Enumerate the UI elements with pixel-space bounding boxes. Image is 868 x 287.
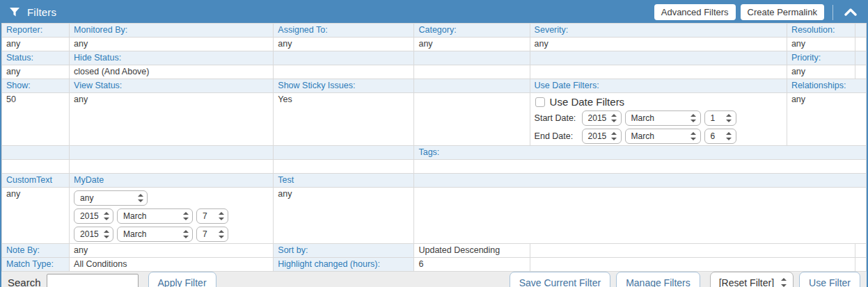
start-month-select[interactable]: March: [625, 110, 701, 126]
note-by-label[interactable]: Note By:: [2, 244, 70, 258]
mydate-from-row: 2015 March 7: [74, 208, 269, 224]
updown-arrows-icon: [103, 230, 109, 238]
priority-value: any: [787, 65, 855, 79]
updown-arrows-icon: [691, 114, 697, 122]
empty-cell: [855, 244, 866, 258]
mydate-mode-select[interactable]: any: [74, 190, 148, 206]
reporter-label[interactable]: Reporter:: [2, 24, 70, 38]
value-row-1: any any any any any any: [2, 38, 867, 51]
mydate-from-year-select[interactable]: 2015: [74, 208, 113, 224]
view-status-label[interactable]: View Status:: [70, 79, 274, 93]
match-type-label[interactable]: Match Type:: [2, 258, 70, 272]
show-value: 50: [2, 93, 70, 146]
empty-cell: [414, 174, 867, 188]
hide-status-label[interactable]: Hide Status:: [70, 51, 274, 65]
hide-status-value: closed (And Above): [70, 65, 274, 79]
start-day-select[interactable]: 1: [704, 110, 736, 126]
date-filters-cell: Use Date Filters Start Date: 2015 March …: [530, 93, 787, 146]
end-month-select[interactable]: March: [625, 129, 701, 144]
tags-header-row: Tags:: [2, 146, 867, 160]
apply-filter-button[interactable]: Apply Filter: [148, 272, 216, 287]
advanced-filters-button[interactable]: Advanced Filters: [654, 4, 736, 20]
show-label[interactable]: Show:: [2, 79, 70, 93]
use-date-filters-label[interactable]: Use Date Filters:: [530, 79, 787, 93]
highlight-changed-value: 6: [414, 258, 530, 272]
collapse-panel-button[interactable]: [840, 7, 861, 17]
updown-arrows-icon: [103, 212, 109, 220]
reporter-value: any: [2, 38, 70, 51]
save-current-filter-button[interactable]: Save Current Filter: [510, 272, 610, 287]
use-date-filters-checkbox-label: Use Date Filters: [550, 96, 625, 108]
empty-cell: [414, 65, 530, 79]
empty-cell: [414, 93, 530, 146]
severity-value: any: [530, 38, 787, 51]
empty-cell: [855, 38, 866, 51]
empty-cell: [70, 160, 274, 174]
category-label[interactable]: Category:: [414, 24, 530, 38]
relationships-label[interactable]: Relationships:: [787, 79, 866, 93]
empty-cell: [855, 51, 866, 65]
mydate-to-day-select[interactable]: 7: [196, 227, 228, 242]
mydate-to-row: 2015 March 7: [74, 227, 269, 242]
start-date-row: Start Date: 2015 March 1: [535, 110, 782, 126]
empty-cell: [274, 146, 414, 160]
empty-cell: [530, 65, 787, 79]
use-filter-button[interactable]: Use Filter: [799, 272, 860, 287]
mydate-to-month-select[interactable]: March: [117, 227, 193, 242]
mydate-from-month-select[interactable]: March: [117, 208, 193, 224]
empty-cell: [274, 51, 414, 65]
show-sticky-value: Yes: [274, 93, 414, 146]
manage-filters-button[interactable]: Manage Filters: [616, 272, 700, 287]
empty-cell: [855, 24, 866, 38]
monitored-by-label[interactable]: Monitored By:: [70, 24, 274, 38]
search-label: Search: [8, 277, 41, 287]
empty-cell: [855, 65, 866, 79]
assigned-to-label[interactable]: Assigned To:: [274, 24, 414, 38]
create-permalink-button[interactable]: Create Permalink: [741, 4, 824, 20]
mydate-from-day-select[interactable]: 7: [196, 208, 228, 224]
header-row-1: Reporter: Monitored By: Assigned To: Cat…: [2, 24, 867, 38]
sort-by-label[interactable]: Sort by:: [274, 244, 414, 258]
header-row-3: Show: View Status: Show Sticky Issues: U…: [2, 79, 867, 93]
chevron-up-icon: [844, 8, 857, 16]
updown-arrows-icon: [780, 278, 787, 287]
end-year-select[interactable]: 2015: [582, 129, 622, 144]
use-date-filters-checkbox-row[interactable]: Use Date Filters: [535, 96, 782, 108]
filter-funnel-icon: [10, 8, 20, 17]
test-label[interactable]: Test: [274, 174, 414, 188]
mydate-mode-row: any: [74, 190, 269, 206]
start-year-select[interactable]: 2015: [582, 110, 622, 126]
search-input[interactable]: [47, 274, 139, 287]
tags-value-row: [2, 160, 867, 174]
highlight-changed-label[interactable]: Highlight changed (hours):: [274, 258, 414, 272]
empty-cell: [70, 146, 274, 160]
severity-label[interactable]: Severity:: [530, 24, 787, 38]
tags-value: [414, 160, 867, 174]
filters-header-bar: Filters Advanced Filters Create Permalin…: [1, 1, 867, 23]
updown-arrows-icon: [691, 132, 697, 140]
match-type-row: Match Type: All Conditions Highlight cha…: [2, 258, 867, 272]
show-sticky-label[interactable]: Show Sticky Issues:: [274, 79, 414, 93]
priority-label[interactable]: Priority:: [787, 51, 855, 65]
updown-arrows-icon: [218, 212, 224, 220]
mydate-label[interactable]: MyDate: [70, 174, 274, 188]
tags-label[interactable]: Tags:: [414, 146, 867, 160]
end-date-label: End Date:: [535, 131, 578, 141]
note-by-value: any: [70, 244, 274, 258]
use-date-filters-checkbox[interactable]: [535, 97, 545, 107]
empty-cell: [2, 146, 70, 160]
match-type-value: All Conditions: [70, 258, 274, 272]
stored-filter-select[interactable]: [Reset Filter]: [710, 272, 794, 287]
updown-arrows-icon: [182, 212, 189, 220]
test-value: any: [274, 188, 414, 244]
resolution-label[interactable]: Resolution:: [787, 24, 855, 38]
resolution-value: any: [787, 38, 855, 51]
filters-table: Reporter: Monitored By: Assigned To: Cat…: [1, 23, 867, 272]
status-label[interactable]: Status:: [2, 51, 70, 65]
mydate-cell: any 2015 March 7 2015 March 7: [70, 188, 274, 244]
end-day-select[interactable]: 6: [704, 129, 736, 144]
empty-cell: [414, 79, 530, 93]
customtext-value: any: [2, 188, 70, 244]
mydate-to-year-select[interactable]: 2015: [74, 227, 113, 242]
customtext-label[interactable]: CustomText: [2, 174, 70, 188]
